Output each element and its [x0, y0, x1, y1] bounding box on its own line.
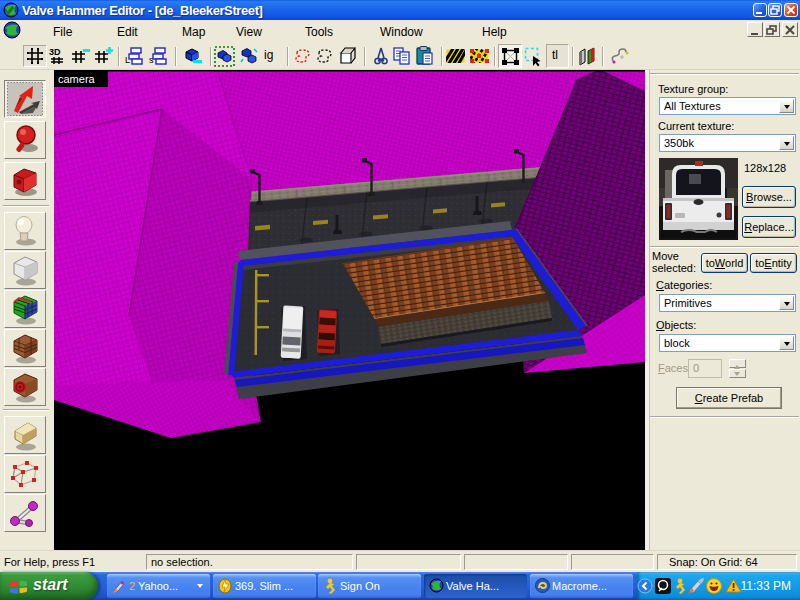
svg-text:camera: camera — [58, 73, 96, 85]
svg-text:3D: 3D — [49, 47, 61, 57]
